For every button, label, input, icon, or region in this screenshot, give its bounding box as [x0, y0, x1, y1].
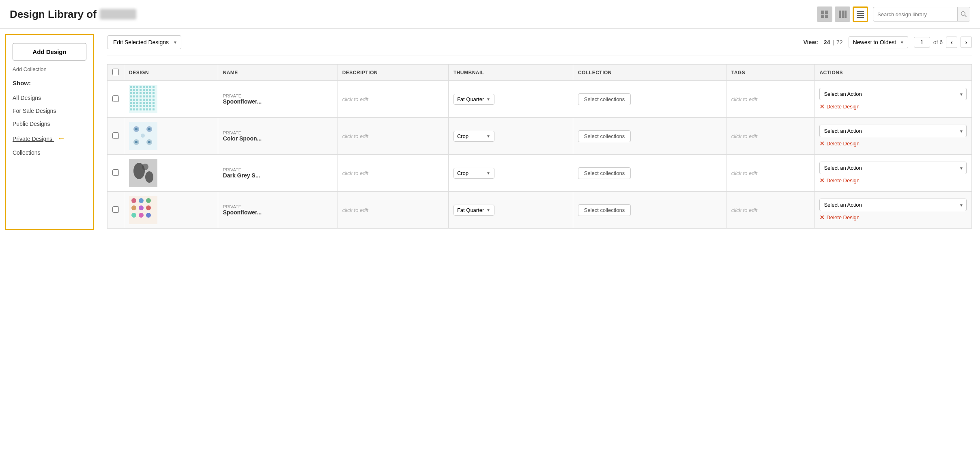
- view-24-option[interactable]: 24: [824, 39, 830, 45]
- svg-rect-57: [140, 102, 142, 104]
- delete-icon: ✕: [819, 177, 825, 184]
- design-status-label: PRIVATE: [223, 204, 332, 209]
- prev-page-button[interactable]: ‹: [946, 37, 957, 48]
- sidebar-item-for-sale[interactable]: For Sale Designs: [13, 104, 86, 117]
- thumbnail-select-wrapper: Fat QuarterCropHalf YardFull Yard: [453, 168, 568, 179]
- description-cell[interactable]: click to edit: [337, 155, 448, 192]
- page-number-input[interactable]: 1: [914, 37, 930, 48]
- svg-rect-44: [149, 95, 151, 97]
- search-button[interactable]: [957, 7, 970, 22]
- svg-rect-22: [130, 89, 132, 91]
- action-dropdown[interactable]: Select an ActionEditDuplicateDelete: [819, 125, 967, 137]
- sidebar-item-private[interactable]: Private Designs ←: [13, 130, 86, 146]
- svg-rect-51: [146, 99, 148, 101]
- next-page-button[interactable]: ›: [961, 37, 972, 48]
- action-dropdown[interactable]: Select an ActionEditDuplicateDelete: [819, 162, 967, 174]
- show-label: Show:: [13, 80, 86, 86]
- delete-design-button[interactable]: ✕ Delete Design: [819, 103, 860, 110]
- design-name-cell: PRIVATE Spoonflower...: [218, 192, 337, 229]
- delete-label: Delete Design: [826, 104, 860, 110]
- actions-cell: Select an ActionEditDuplicateDelete ✕ De…: [815, 118, 972, 155]
- svg-point-86: [148, 141, 150, 143]
- svg-rect-74: [143, 108, 145, 110]
- active-arrow-icon: ←: [57, 134, 65, 143]
- svg-rect-45: [153, 95, 155, 97]
- tags-cell[interactable]: click to edit: [726, 155, 815, 192]
- delete-design-button[interactable]: ✕ Delete Design: [819, 214, 860, 221]
- view-72-option[interactable]: 72: [836, 39, 843, 45]
- description-cell[interactable]: click to edit: [337, 118, 448, 155]
- description-edit[interactable]: click to edit: [342, 96, 368, 102]
- actions-cell: Select an ActionEditDuplicateDelete ✕ De…: [815, 155, 972, 192]
- row-checkbox-3[interactable]: [112, 169, 119, 176]
- sidebar-item-all-designs[interactable]: All Designs: [13, 91, 86, 104]
- tags-edit[interactable]: click to edit: [731, 170, 757, 176]
- delete-design-button[interactable]: ✕ Delete Design: [819, 177, 860, 184]
- svg-rect-8: [857, 13, 864, 14]
- sort-dropdown[interactable]: Newest to Oldest Oldest to Newest: [849, 36, 908, 48]
- title-text: Design Library of: [10, 8, 97, 21]
- delete-label: Delete Design: [826, 140, 860, 147]
- row-checkbox-1[interactable]: [112, 95, 119, 102]
- svg-point-101: [146, 213, 151, 218]
- search-input[interactable]: [873, 11, 957, 17]
- description-edit[interactable]: click to edit: [342, 133, 368, 139]
- description-edit[interactable]: click to edit: [342, 170, 368, 176]
- svg-rect-24: [136, 89, 138, 91]
- thumbnail-dropdown[interactable]: Fat QuarterCropHalf YardFull Yard: [453, 94, 494, 105]
- description-cell[interactable]: click to edit: [337, 81, 448, 118]
- collection-cell: Select collections: [573, 81, 726, 118]
- svg-rect-23: [133, 89, 135, 91]
- list-view-icon[interactable]: [853, 6, 868, 22]
- table-row: PRIVATE Spoonflower... click to edit Fat…: [107, 81, 972, 118]
- collection-select-button[interactable]: Select collections: [578, 130, 631, 142]
- row-checkbox-2[interactable]: [112, 132, 119, 139]
- thumbnail-dropdown[interactable]: Fat QuarterCropHalf YardFull Yard: [453, 168, 494, 179]
- tags-edit[interactable]: click to edit: [731, 133, 757, 139]
- svg-rect-36: [149, 92, 151, 94]
- tags-cell[interactable]: click to edit: [726, 118, 815, 155]
- sidebar-item-collections[interactable]: Collections: [13, 146, 86, 159]
- collection-select-button[interactable]: Select collections: [578, 93, 631, 105]
- tags-cell[interactable]: click to edit: [726, 81, 815, 118]
- add-design-button[interactable]: Add Design: [13, 43, 86, 60]
- delete-label: Delete Design: [826, 214, 860, 220]
- design-name-text: Spoonflower...: [223, 98, 332, 105]
- description-edit[interactable]: click to edit: [342, 207, 368, 213]
- description-cell[interactable]: click to edit: [337, 192, 448, 229]
- tags-cell[interactable]: click to edit: [726, 192, 815, 229]
- svg-rect-31: [133, 92, 135, 94]
- delete-design-button[interactable]: ✕ Delete Design: [819, 140, 860, 147]
- sidebar-item-public[interactable]: Public Designs: [13, 117, 86, 130]
- svg-rect-63: [133, 105, 135, 107]
- collection-cell: Select collections: [573, 155, 726, 192]
- action-dropdown[interactable]: Select an ActionEditDuplicateDelete: [819, 199, 967, 211]
- edit-selected-dropdown[interactable]: Edit Selected Designs: [107, 35, 181, 49]
- svg-rect-32: [136, 92, 138, 94]
- collection-select-button[interactable]: Select collections: [578, 204, 631, 216]
- delete-icon: ✕: [819, 214, 825, 221]
- add-collection-link[interactable]: Add Collection: [13, 66, 86, 72]
- select-all-checkbox[interactable]: [112, 69, 119, 75]
- svg-rect-16: [136, 86, 138, 88]
- content-area: Edit Selected Designs View: 24 | 72 Newe…: [99, 29, 980, 235]
- svg-point-11: [961, 12, 965, 16]
- sidebar: Add Design Add Collection Show: All Desi…: [5, 34, 94, 230]
- svg-point-82: [148, 128, 150, 130]
- row-checkbox-4[interactable]: [112, 206, 119, 213]
- tags-edit[interactable]: click to edit: [731, 96, 757, 102]
- svg-point-98: [146, 205, 151, 210]
- thumbnail-dropdown[interactable]: Fat QuarterCropHalf YardFull Yard: [453, 131, 494, 142]
- grid-medium-icon[interactable]: [835, 6, 850, 22]
- thumbnail-dropdown[interactable]: Fat QuarterCropHalf YardFull Yard: [453, 205, 494, 216]
- action-dropdown[interactable]: Select an ActionEditDuplicateDelete: [819, 88, 967, 100]
- collection-select-button[interactable]: Select collections: [578, 167, 631, 179]
- thumbnail-cell: Fat QuarterCropHalf YardFull Yard: [448, 81, 573, 118]
- tags-edit[interactable]: click to edit: [731, 207, 757, 213]
- grid-small-icon[interactable]: [817, 6, 832, 22]
- thumbnail-select-wrapper: Fat QuarterCropHalf YardFull Yard: [453, 205, 568, 216]
- table-row: PRIVATE Dark Grey S... click to edit Fat…: [107, 155, 972, 192]
- design-thumbnail-cell: [124, 155, 218, 192]
- thumbnail-dropdown-wrapper: Fat QuarterCropHalf YardFull Yard: [453, 94, 494, 105]
- thumbnail-dropdown-wrapper: Fat QuarterCropHalf YardFull Yard: [453, 168, 494, 179]
